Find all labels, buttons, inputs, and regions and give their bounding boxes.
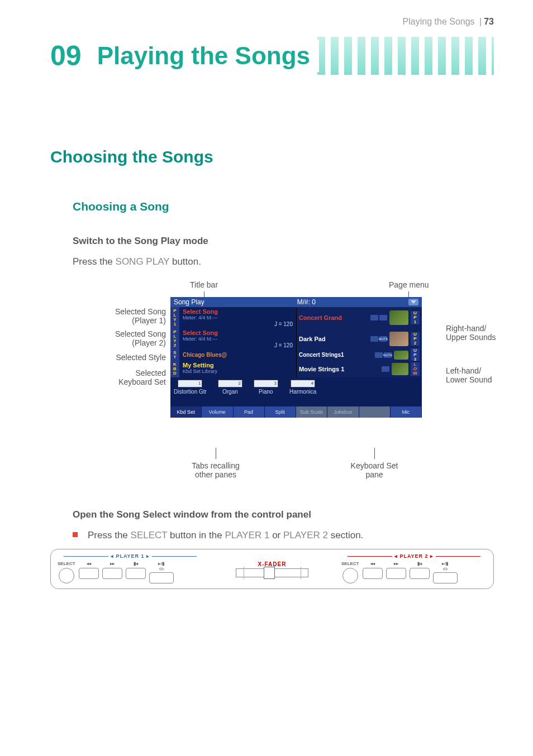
callout-kbd-pane: Keyboard Setpane <box>341 448 408 479</box>
tag-up1: UP1 <box>411 311 420 324</box>
chapter-number: 09 <box>50 40 82 72</box>
tab-subscale[interactable]: Sub Scale <box>296 406 327 418</box>
callout-tabs: Tabs recallingother panes <box>182 448 249 479</box>
chapter-bar: 09 Playing the Songs <box>50 37 494 75</box>
screen-diagram: Title bar Page menu Selected Song(Player… <box>73 280 494 487</box>
screen-titlebar: Song Play M/#: 0 <box>170 297 422 307</box>
bullet-square-icon <box>73 532 78 537</box>
callout-selected-kbd: SelectedKeyboard Set <box>81 369 170 386</box>
player1-label: ◂ PLAYER 1 ▸ <box>111 553 150 559</box>
xfader[interactable]: X-FADER <box>207 561 337 577</box>
page-header-number: 73 <box>484 17 494 26</box>
subsection-heading: Choosing a Song <box>73 200 494 213</box>
instruction-text-1: Press the SONG PLAY button. <box>73 255 494 269</box>
row-kbdset[interactable]: KBD My Setting Kbd Set Library Movie Str… <box>170 361 422 377</box>
player2-group: ◂ PLAYER 2 ▸ SELECT ◂◂ ▸▸ ▮◂ ▸/▮ <box>341 554 487 583</box>
side-tag-ply2: PLY2 <box>170 328 179 350</box>
xfader-knob[interactable] <box>264 567 275 579</box>
callout-right-hand-sounds: Right-hand/Upper Sounds <box>446 324 530 342</box>
row-player1[interactable]: PLY1 Select Song Meter: 4/4 M:--- J = 12… <box>170 307 422 328</box>
bullet-instruction: Press the SELECT button in the PLAYER 1 … <box>73 528 494 543</box>
side-tag-ply1: PLY1 <box>170 307 179 328</box>
tab-kbdset[interactable]: Kbd Set <box>170 406 202 418</box>
player1-group: ◂ PLAYER 1 ▸ SELECT ◂◂ ▸▸ ▮◂ ▸/▮ <box>58 554 203 583</box>
kbd-item-1[interactable]: 1Distortion Gtr <box>174 380 207 395</box>
sound-up3[interactable]: Concert Strings1 MUTE UP3 <box>297 350 422 361</box>
p1-rewind[interactable]: ◂◂ <box>79 561 99 579</box>
p2-home[interactable]: ▮◂ <box>410 561 430 579</box>
page-header-section: Playing the Songs <box>403 17 475 26</box>
screen-title: Song Play <box>174 298 204 306</box>
tab-blank <box>359 406 391 418</box>
p2-playpause[interactable]: ▸/▮ <box>433 561 458 583</box>
p1-select[interactable]: SELECT <box>58 561 75 583</box>
page-header: Playing the Songs |73 <box>50 17 494 27</box>
instrument-icon <box>394 351 408 360</box>
sound-up1[interactable]: Concert Grand UP1 <box>297 307 422 328</box>
instruction-lead-2: Open the Song Select window from the con… <box>73 509 494 520</box>
tag-up2: UP2 <box>411 332 420 346</box>
side-tag-kbd: KBD <box>170 361 179 377</box>
instruction-lead-1: Switch to the Song Play mode <box>73 236 494 247</box>
side-tag-st: ST <box>170 350 179 361</box>
instrument-icon <box>392 363 408 375</box>
p1-home[interactable]: ▮◂ <box>126 561 146 579</box>
section-heading: Choosing the Songs <box>50 147 494 166</box>
tab-row: Kbd Set Volume Pad Split Sub Scale Jukeb… <box>170 406 422 418</box>
sound-low[interactable]: Movie Strings 1 LOW <box>297 361 422 377</box>
kbd-item-3[interactable]: 3Piano <box>254 380 278 395</box>
row-style[interactable]: ST Chicago Blues@ Concert Strings1 MUTE … <box>170 350 422 361</box>
kbd-item-2[interactable]: 2Organ <box>218 380 242 395</box>
kbd-item-4[interactable]: 4Harmonica <box>289 380 316 395</box>
instrument-icon <box>389 310 408 325</box>
page-header-divider: | <box>479 17 482 26</box>
callout-left-hand-sound: Left-hand/Lower Sound <box>446 366 530 384</box>
page-menu-button[interactable] <box>408 299 418 305</box>
tab-jukebox[interactable]: Jukebox <box>327 406 359 418</box>
callout-selected-style: Selected Style <box>81 353 170 362</box>
p1-fastforward[interactable]: ▸▸ <box>102 561 122 579</box>
p2-fastforward[interactable]: ▸▸ <box>386 561 406 579</box>
row-player2[interactable]: PLY2 Select Song Meter: 4/4 M:--- J = 12… <box>170 328 422 350</box>
tab-pad[interactable]: Pad <box>234 406 265 418</box>
tag-up3: UP3 <box>411 348 420 362</box>
xfader-track[interactable] <box>236 568 308 577</box>
sound-up2[interactable]: Dark Pad MUTE UP2 <box>297 328 422 350</box>
tab-mic[interactable]: Mic <box>391 406 422 418</box>
device-screen: Song Play M/#: 0 PLY1 Select Song Meter:… <box>170 297 422 418</box>
tab-split[interactable]: Split <box>265 406 296 418</box>
callout-selected-song-p1: Selected Song(Player 1) <box>81 307 170 325</box>
p2-rewind[interactable]: ◂◂ <box>363 561 383 579</box>
screen-counter: M/#: 0 <box>297 298 316 306</box>
kbd-set-pane: 1Distortion Gtr 2Organ 3Piano 4Harmonica <box>170 377 422 406</box>
decorative-stripes <box>317 37 494 75</box>
control-panel: ◂ PLAYER 1 ▸ SELECT ◂◂ ▸▸ ▮◂ ▸/▮ X-FADER… <box>50 549 494 589</box>
callout-selected-song-p2: Selected Song(Player 2) <box>81 329 170 347</box>
p1-playpause[interactable]: ▸/▮ <box>149 561 174 583</box>
instrument-icon <box>389 332 408 346</box>
player2-label: ◂ PLAYER 2 ▸ <box>394 553 434 559</box>
chapter-title: Playing the Songs <box>97 42 317 70</box>
tab-volume[interactable]: Volume <box>202 406 233 418</box>
tag-low: LOW <box>411 362 420 376</box>
p2-select[interactable]: SELECT <box>341 561 359 583</box>
